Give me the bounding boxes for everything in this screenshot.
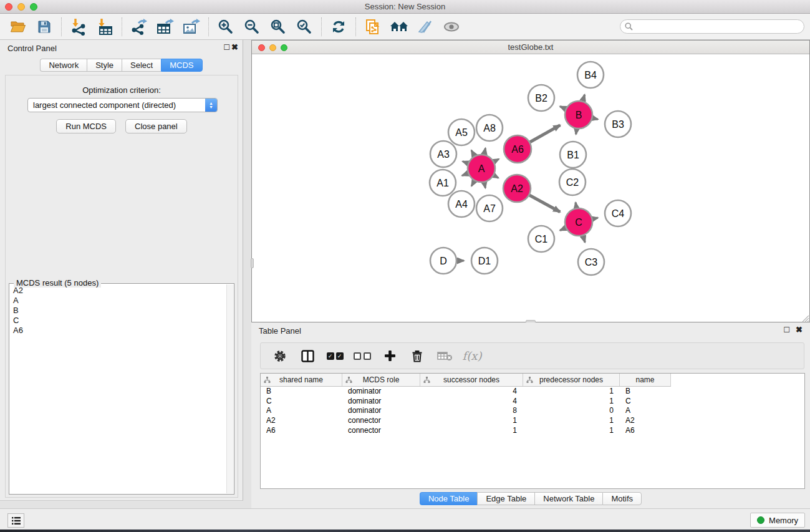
mcds-result-item[interactable]: B [11, 306, 225, 316]
table-cell[interactable]: dominator [342, 397, 420, 407]
import-table-icon[interactable] [94, 16, 116, 37]
graph-edge-A-A2[interactable] [494, 175, 498, 178]
search-field[interactable] [620, 19, 804, 34]
graph-edge-A-A6[interactable] [494, 159, 499, 162]
table-row[interactable]: Adominator80A [261, 406, 804, 416]
memory-button[interactable]: Memory [750, 513, 805, 528]
column-header-predecessor-nodes[interactable]: predecessor nodes [523, 374, 620, 386]
graph-edge-A2-C[interactable] [529, 195, 560, 212]
zoom-fit-icon[interactable] [267, 16, 289, 37]
save-session-icon[interactable] [33, 16, 55, 37]
table-row[interactable]: Cdominator41C [261, 397, 804, 407]
graph-node-B3[interactable]: B3 [605, 111, 631, 137]
tab-motifs[interactable]: Motifs [602, 492, 642, 505]
graph-edge-C-C2[interactable] [576, 203, 576, 208]
add-row-plus-icon[interactable] [379, 346, 400, 367]
table-cell[interactable]: dominator [342, 387, 420, 397]
graph-node-C4[interactable]: C4 [605, 200, 631, 226]
run-mcds-button[interactable]: Run MCDS [56, 119, 116, 133]
toggle-graphics-details-icon[interactable] [414, 16, 436, 37]
graph-node-A8[interactable]: A8 [476, 115, 503, 141]
close-panel-button[interactable]: Close panel [125, 119, 187, 133]
graph-node-B[interactable]: B [565, 101, 592, 128]
home-network-overview-icon[interactable] [388, 16, 410, 37]
graph-edge-B-B2[interactable] [560, 107, 566, 109]
table-cell[interactable]: 1 [523, 426, 620, 436]
resize-grip[interactable] [801, 314, 809, 322]
tab-network-table[interactable]: Network Table [534, 492, 602, 505]
graph-node-A1[interactable]: A1 [430, 170, 456, 196]
select-all-check-icon[interactable]: ✓✓ [324, 346, 345, 367]
column-header-MCDS-role[interactable]: MCDS role [342, 374, 420, 386]
graph-edge-A-A4[interactable] [471, 181, 475, 186]
table-options-gear-icon[interactable] [269, 346, 291, 367]
zoom-out-icon[interactable] [241, 16, 263, 37]
mcds-result-item[interactable]: A6 [11, 326, 225, 336]
graph-node-B1[interactable]: B1 [560, 142, 586, 168]
table-cell[interactable]: 8 [420, 406, 523, 416]
result-scrollbar[interactable] [226, 284, 233, 493]
table-cell[interactable]: 4 [420, 397, 523, 407]
graph-node-C2[interactable]: C2 [559, 169, 586, 195]
graph-edge-B-B4[interactable] [583, 95, 585, 101]
criterion-dropdown[interactable]: largest connected component (directed) ▲… [27, 98, 218, 112]
table-cell[interactable]: C [261, 397, 342, 407]
delete-row-trash-icon[interactable] [407, 346, 428, 367]
export-table-icon[interactable] [154, 16, 176, 37]
graph-edge-A-A3[interactable] [463, 162, 468, 163]
float-panel-icon[interactable]: ☐ [783, 326, 790, 334]
tab-network[interactable]: Network [40, 59, 87, 72]
tab-node-table[interactable]: Node Table [420, 492, 478, 505]
mcds-result-item[interactable]: C [11, 316, 225, 326]
tab-edge-table[interactable]: Edge Table [477, 492, 534, 505]
search-input[interactable] [635, 22, 804, 31]
mcds-result-item[interactable]: A [11, 296, 225, 306]
unselect-all-check-icon[interactable] [352, 346, 373, 367]
graph-edge-A-A1[interactable] [462, 173, 468, 176]
import-network-icon[interactable] [67, 16, 90, 37]
table-cell[interactable]: A6 [620, 426, 671, 436]
table-cell[interactable]: 1 [523, 416, 620, 426]
table-cell[interactable]: B [261, 387, 342, 397]
export-image-icon[interactable] [180, 16, 203, 37]
float-panel-icon[interactable]: ☐ [223, 43, 230, 52]
table-cell[interactable]: A2 [620, 416, 671, 426]
tab-mcds[interactable]: MCDS [161, 59, 202, 72]
new-session-from-file-icon[interactable] [362, 16, 384, 37]
network-zoom-button[interactable] [281, 44, 287, 51]
graph-edge-A-A7[interactable] [485, 183, 486, 188]
graph-edge-A6-B[interactable] [530, 125, 560, 142]
graph-node-A[interactable]: A [468, 155, 495, 182]
graph-node-B2[interactable]: B2 [528, 85, 554, 111]
mcds-result-item[interactable]: A2 [11, 286, 225, 296]
tab-style[interactable]: Style [87, 59, 122, 72]
graph-node-A3[interactable]: A3 [430, 141, 456, 167]
table-cell[interactable]: 1 [420, 426, 523, 436]
table-cell[interactable]: 0 [523, 406, 620, 416]
table-cell[interactable]: A [261, 406, 342, 416]
graph-edge-B-B3[interactable] [592, 118, 598, 119]
show-hide-panels-eye-icon[interactable] [440, 16, 463, 37]
table-cell[interactable]: A6 [261, 426, 342, 436]
graph-node-C3[interactable]: C3 [578, 249, 604, 275]
graph-node-B4[interactable]: B4 [577, 62, 604, 88]
table-cell[interactable]: B [620, 387, 671, 397]
table-cell[interactable]: 1 [420, 416, 523, 426]
tab-select[interactable]: Select [122, 59, 161, 72]
graph-node-C1[interactable]: C1 [528, 226, 554, 252]
table-row[interactable]: Bdominator41B [261, 387, 804, 397]
show-column-icon[interactable] [297, 346, 318, 367]
graph-node-C[interactable]: C [565, 208, 592, 236]
column-header-name[interactable]: name [620, 374, 671, 386]
graph-node-A5[interactable]: A5 [448, 119, 475, 145]
table-cell[interactable]: A [620, 406, 671, 416]
zoom-selected-icon[interactable] [293, 16, 316, 37]
table-row[interactable]: A2connector11A2 [261, 416, 804, 426]
table-cell[interactable]: C [620, 397, 671, 407]
graph-edge-C-C4[interactable] [592, 218, 597, 219]
close-window-button[interactable] [5, 3, 12, 11]
close-panel-icon[interactable]: ✖ [231, 43, 238, 52]
graph-edge-A-A5[interactable] [471, 150, 475, 156]
graph-node-D1[interactable]: D1 [471, 248, 498, 274]
graph-node-A7[interactable]: A7 [476, 195, 503, 221]
